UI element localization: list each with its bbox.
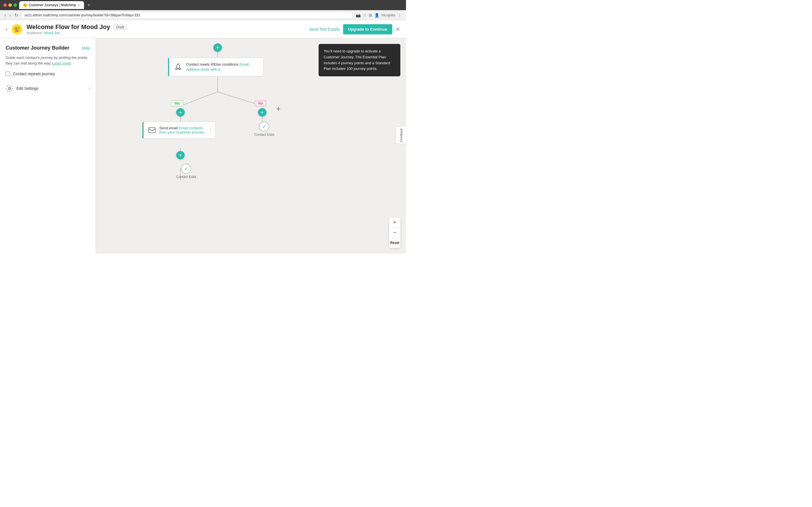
- svg-point-2: [9, 88, 11, 90]
- draft-badge: Draft: [113, 24, 127, 30]
- profile-icon[interactable]: 👤: [374, 13, 379, 17]
- browser-chrome: 🐒 Customer Journeys | Mailchimp × +: [0, 0, 406, 10]
- contact-exits-node-right: ✓ Contact Exits: [254, 121, 274, 136]
- main-layout: Customer Journey Builder Hide Guide each…: [0, 38, 406, 253]
- sidebar: Customer Journey Builder Hide Guide each…: [0, 38, 96, 253]
- grid-icon[interactable]: ⊞: [369, 13, 372, 17]
- email-node-text: Send email Email contacts from your cust…: [159, 126, 211, 134]
- chevron-right-icon: ›: [89, 86, 90, 91]
- add-step-bottom-button[interactable]: +: [176, 151, 185, 159]
- new-tab-button[interactable]: +: [87, 2, 91, 8]
- url-input[interactable]: [21, 12, 353, 18]
- contact-repeats-row: Contact repeats journey: [6, 71, 90, 76]
- zoom-out-button[interactable]: −: [389, 228, 400, 238]
- condition-node-text: Contact meets If/Else conditions Email A…: [186, 62, 259, 72]
- tab-title: Customer Journeys | Mailchimp: [29, 3, 76, 7]
- exit-circle-right: ✓: [259, 121, 269, 131]
- no-label: No: [255, 100, 266, 107]
- upgrade-to-continue-button[interactable]: Upgrade to Continue: [343, 24, 392, 34]
- forward-button[interactable]: ›: [9, 13, 11, 18]
- svg-text:🐒: 🐒: [14, 26, 20, 33]
- sidebar-title-text: Customer Journey Builder: [6, 45, 69, 51]
- mailchimp-logo: 🐒: [12, 24, 22, 34]
- send-test-emails-button[interactable]: Send Test Emails: [309, 27, 340, 32]
- svg-line-5: [181, 92, 218, 106]
- exit-circle-bottom: ✓: [181, 164, 191, 174]
- back-button[interactable]: ‹: [4, 13, 6, 18]
- close-dot[interactable]: [3, 3, 7, 7]
- email-node[interactable]: Send email Email contacts from your cust…: [142, 121, 216, 139]
- gear-icon: [6, 84, 13, 93]
- email-icon: [148, 126, 156, 134]
- menu-icon[interactable]: ⋮: [398, 13, 402, 17]
- address-bar: ‹ › ↻ 📷 ☆ ⊞ 👤 Incognito ⋮: [0, 10, 406, 20]
- browser-dots: [3, 3, 17, 7]
- contact-repeats-label: Contact repeats journey: [13, 71, 55, 76]
- close-button[interactable]: ✕: [396, 26, 400, 33]
- edit-settings-label: Edit Settings: [16, 86, 39, 91]
- exit-label-right: Contact Exits: [254, 133, 274, 136]
- browser-tab[interactable]: 🐒 Customer Journeys | Mailchimp ×: [19, 1, 84, 9]
- page-title: Welcome Flow for Mood Joy Draft: [27, 23, 305, 31]
- header-audience: Audience: Mood Joy: [27, 31, 305, 35]
- journey-canvas[interactable]: + Contact meets If/Else conditions Email…: [96, 38, 406, 253]
- app-header: ‹ 🐒 Welcome Flow for Mood Joy Draft Audi…: [0, 20, 406, 38]
- edit-settings-left: Edit Settings: [6, 84, 39, 93]
- svg-rect-11: [149, 128, 155, 133]
- zoom-reset-button[interactable]: Reset: [389, 238, 400, 248]
- audience-link[interactable]: Mood Joy: [44, 31, 59, 35]
- contact-exits-node-bottom: ✓ Contact Exits: [176, 164, 196, 179]
- star-icon[interactable]: ☆: [363, 13, 366, 17]
- sidebar-title-row: Customer Journey Builder Hide: [6, 45, 90, 51]
- email-node-menu-button[interactable]: ⋮: [208, 128, 213, 133]
- feedback-tab-container: Feedback: [396, 126, 406, 144]
- minimize-dot[interactable]: [8, 3, 12, 7]
- camera-off-icon: 📷: [356, 13, 361, 17]
- sidebar-description: Guide each contact's journey by plotting…: [6, 55, 90, 66]
- address-bar-icons: 📷 ☆ ⊞ 👤 Incognito ⋮: [356, 13, 402, 17]
- tab-favicon: 🐒: [23, 3, 27, 7]
- exit-label-bottom: Contact Exits: [176, 175, 196, 179]
- incognito-label: Incognito: [382, 13, 395, 17]
- zoom-controls: + − Reset: [389, 217, 400, 248]
- condition-node[interactable]: Contact meets If/Else conditions Email A…: [168, 57, 264, 76]
- learn-more-link[interactable]: Learn more: [52, 61, 71, 65]
- refresh-button[interactable]: ↻: [14, 12, 18, 18]
- feedback-tab[interactable]: Feedback: [396, 126, 406, 144]
- move-cursor-icon: ✛: [276, 106, 281, 112]
- add-step-no-button[interactable]: +: [258, 108, 266, 117]
- contact-repeats-checkbox[interactable]: [6, 71, 10, 76]
- edit-settings-row[interactable]: Edit Settings ›: [6, 82, 90, 95]
- condition-icon: [174, 62, 183, 71]
- zoom-in-button[interactable]: +: [389, 217, 400, 228]
- hide-button[interactable]: Hide: [82, 46, 90, 50]
- header-actions: Send Test Emails Upgrade to Continue ✕: [309, 24, 400, 34]
- upgrade-tooltip: You'll need to upgrade to activate a Cus…: [319, 44, 400, 76]
- add-step-button-top[interactable]: +: [213, 43, 222, 52]
- add-step-yes-button[interactable]: +: [176, 108, 185, 117]
- back-nav-button[interactable]: ‹: [6, 26, 7, 32]
- yes-label: Yes: [170, 100, 184, 107]
- header-title-area: Welcome Flow for Mood Joy Draft Audience…: [27, 23, 305, 35]
- tab-close-icon[interactable]: ×: [78, 3, 80, 7]
- maximize-dot[interactable]: [13, 3, 17, 7]
